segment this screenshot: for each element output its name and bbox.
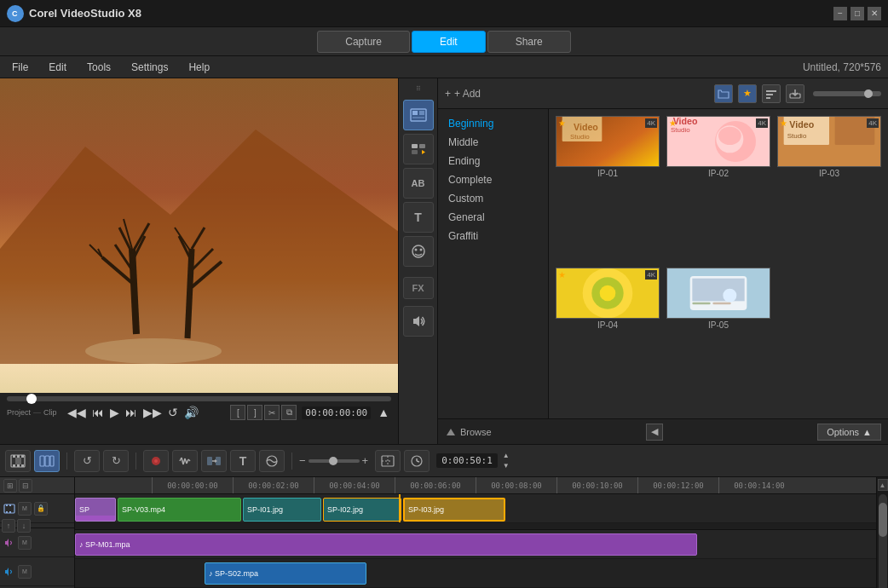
tl-btn-snap[interactable] bbox=[375, 450, 401, 472]
star-icon-btn[interactable]: ★ bbox=[738, 84, 757, 103]
browse-icon bbox=[445, 427, 457, 437]
tab-capture[interactable]: Capture bbox=[317, 31, 410, 53]
4k-badge-ip02: 4K bbox=[756, 118, 768, 128]
tl-btn-film[interactable] bbox=[5, 450, 31, 472]
side-icon-instant[interactable] bbox=[403, 134, 434, 164]
volume-button[interactable]: 🔊 bbox=[182, 406, 200, 419]
app-title: Corel VideoStudio X8 bbox=[29, 7, 141, 20]
preview-panel: Project — Clip ◀◀ ⏮ ▶ ⏭ ▶▶ ↺ 🔊 [ ] ✂ bbox=[0, 78, 399, 444]
scrollbar-track[interactable] bbox=[879, 494, 887, 588]
minimize-button[interactable]: − bbox=[833, 7, 847, 20]
clip-spi03[interactable]: SP-I03.jpg bbox=[403, 498, 505, 522]
clip-spi01[interactable]: SP-I01.jpg bbox=[243, 498, 321, 522]
project-info: Untitled, 720*576 bbox=[803, 61, 881, 73]
thumb-ip02[interactable]: ★ 4K Video Studio IP-02 bbox=[666, 116, 770, 261]
browse-button[interactable]: Browse bbox=[445, 427, 492, 437]
star-badge-ip02: ★ bbox=[669, 118, 677, 128]
category-general[interactable]: General bbox=[438, 208, 548, 227]
thumb-img-ip04: ★ 4K bbox=[556, 268, 660, 319]
maximize-button[interactable]: □ bbox=[851, 7, 864, 20]
mute-video-btn[interactable]: M bbox=[18, 502, 32, 516]
clip-sp[interactable]: SP bbox=[75, 498, 116, 522]
zoom-slider[interactable] bbox=[813, 91, 881, 96]
side-icon-fx[interactable]: FX bbox=[403, 277, 434, 299]
lock-video-btn[interactable]: 🔒 bbox=[34, 502, 48, 516]
clip-spi02[interactable]: SP-I02.jpg bbox=[323, 498, 401, 522]
tl-btn-audio[interactable] bbox=[172, 450, 198, 472]
scrubber-handle[interactable] bbox=[26, 394, 37, 404]
bracket-start[interactable]: [ bbox=[230, 405, 245, 420]
side-icon-transition[interactable]: AB bbox=[403, 168, 434, 199]
tl-btn-clock[interactable] bbox=[404, 450, 430, 472]
video-preview[interactable] bbox=[0, 78, 398, 393]
menu-file[interactable]: File bbox=[7, 60, 33, 75]
step-back-button[interactable]: ⏮ bbox=[90, 406, 106, 419]
svg-rect-66 bbox=[13, 464, 15, 467]
tl-btn-transition[interactable] bbox=[201, 450, 227, 472]
tl-btn-titles[interactable]: T bbox=[230, 450, 256, 472]
collapse-tracks-btn[interactable]: ⊟ bbox=[19, 479, 32, 493]
expand-tracks-btn[interactable]: ⊞ bbox=[3, 479, 17, 493]
category-custom[interactable]: Custom bbox=[438, 189, 548, 208]
svg-rect-81 bbox=[207, 457, 212, 465]
options-button[interactable]: Options ▲ bbox=[817, 424, 881, 441]
zoom-out-button[interactable]: − bbox=[299, 454, 306, 467]
add-button[interactable]: + + Add bbox=[445, 88, 481, 100]
side-icon-title[interactable]: T bbox=[403, 202, 434, 233]
timecode-up[interactable]: ▲ bbox=[376, 406, 391, 419]
zoom-in-button[interactable]: + bbox=[362, 454, 369, 467]
menu-tools[interactable]: Tools bbox=[82, 60, 116, 75]
folder-icon-btn[interactable] bbox=[714, 84, 733, 103]
thumb-ip01[interactable]: ★ 4K Video bbox=[556, 116, 660, 261]
close-button[interactable]: ✕ bbox=[868, 7, 881, 20]
menu-help[interactable]: Help bbox=[183, 60, 215, 75]
scrollbar-up-btn[interactable]: ▲ bbox=[878, 479, 888, 491]
tl-btn-record[interactable] bbox=[143, 450, 169, 472]
import-icon-btn[interactable] bbox=[786, 84, 804, 103]
thumb-ip05[interactable]: IP-05 bbox=[666, 268, 770, 412]
menu-bar: File Edit Tools Settings Help Untitled, … bbox=[0, 56, 888, 78]
scrubber[interactable] bbox=[7, 396, 391, 401]
side-icon-audio[interactable] bbox=[403, 306, 434, 337]
svg-point-30 bbox=[419, 249, 422, 251]
timeline-scrollbar: ▲ ▼ bbox=[876, 477, 888, 588]
clip-spm01[interactable]: ♪ SP-M01.mpa bbox=[75, 533, 697, 556]
category-complete[interactable]: Complete bbox=[438, 170, 548, 189]
menu-settings[interactable]: Settings bbox=[126, 60, 173, 75]
tl-btn-undo[interactable]: ↺ bbox=[74, 450, 100, 472]
fast-forward-button[interactable]: ▶▶ bbox=[141, 406, 164, 419]
rewind-button[interactable]: ◀◀ bbox=[66, 406, 88, 419]
menu-edit[interactable]: Edit bbox=[43, 60, 72, 75]
thumb-ip04[interactable]: ★ 4K IP-04 bbox=[556, 268, 660, 412]
side-icon-graphics[interactable] bbox=[403, 236, 434, 267]
tl-btn-storyboard[interactable] bbox=[34, 450, 60, 472]
tab-share[interactable]: Share bbox=[487, 31, 571, 53]
category-beginning[interactable]: Beginning bbox=[438, 114, 548, 133]
timecode-down-btn[interactable]: ▼ bbox=[503, 461, 510, 471]
bracket-end[interactable]: ] bbox=[247, 405, 262, 420]
side-icon-media[interactable] bbox=[403, 100, 434, 130]
category-ending[interactable]: Ending bbox=[438, 152, 548, 170]
tab-edit[interactable]: Edit bbox=[412, 31, 486, 53]
repeat-button[interactable]: ↺ bbox=[166, 406, 180, 419]
trim-button[interactable]: ✂ bbox=[264, 405, 280, 420]
thumb-ip03[interactable]: ★ 4K Video Studio IP-03 bbox=[777, 116, 881, 261]
tl-btn-redo[interactable]: ↻ bbox=[103, 450, 129, 472]
nav-prev-arrow[interactable]: ◀ bbox=[646, 424, 663, 441]
clip-spv03[interactable]: SP-V03.mp4 bbox=[118, 498, 241, 522]
mute-audio1-btn[interactable]: M bbox=[18, 536, 32, 550]
mute-audio2-btn[interactable]: M bbox=[18, 565, 32, 579]
step-forward-button[interactable]: ⏭ bbox=[124, 406, 139, 419]
tl-btn-mix[interactable] bbox=[259, 450, 285, 472]
svg-text:Studio: Studio bbox=[570, 133, 590, 141]
category-middle[interactable]: Middle bbox=[438, 133, 548, 152]
ruler-mark-8: 00:00:08:00 bbox=[476, 477, 556, 494]
category-graffiti[interactable]: Graffiti bbox=[438, 227, 548, 245]
clip-sps02[interactable]: ♪ SP-S02.mpa bbox=[205, 562, 366, 585]
sort-icon-btn[interactable] bbox=[762, 84, 781, 103]
svg-point-74 bbox=[154, 459, 158, 463]
clip-copy-button[interactable]: ⧉ bbox=[281, 405, 297, 420]
play-button[interactable]: ▶ bbox=[108, 406, 121, 419]
timeline-zoom-slider[interactable] bbox=[308, 459, 360, 463]
timecode-up-btn[interactable]: ▲ bbox=[503, 451, 510, 461]
